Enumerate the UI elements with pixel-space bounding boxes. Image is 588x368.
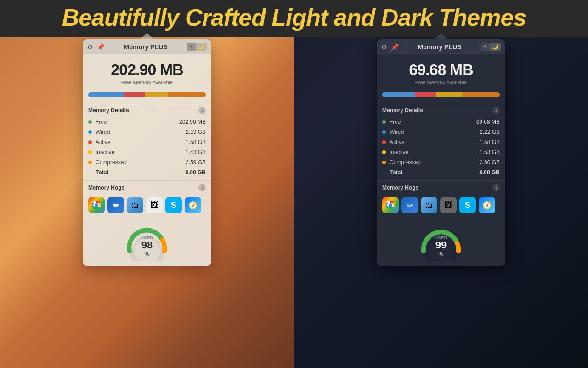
dark-total-label: Total [382, 169, 479, 176]
dark-total-row: Total 8.00 GB [377, 167, 505, 178]
light-widget-header: ⚙ 📌 Memory PLUS ☀ 🌙 [83, 39, 211, 54]
light-memory-details-header: Memory Details i [83, 104, 211, 116]
light-chrome-icon[interactable] [88, 197, 105, 213]
light-gauge-container: USED 98 % [83, 221, 211, 266]
dark-memory-details-title: Memory Details [382, 107, 423, 114]
light-memory-details-info[interactable]: i [198, 107, 206, 114]
dark-memory-details-info[interactable]: i [492, 107, 500, 114]
dark-widget-wrapper: ⚙ 📌 Memory PLUS ☀ 🌙 69.68 MB Free Memory [377, 33, 505, 266]
dark-row-compressed: Compressed 2.60 GB [377, 157, 505, 167]
dark-label-free: Free [390, 119, 476, 125]
dark-total-value: 8.00 GB [479, 169, 500, 176]
light-label-wired: Wired [96, 129, 186, 135]
dark-header-right: ☀ 🌙 [481, 43, 501, 51]
light-dot-compressed [88, 161, 92, 164]
light-header-left: ⚙ 📌 [87, 43, 105, 51]
light-gauge-pct: % [141, 250, 153, 257]
dark-header-left: ⚙ 📌 [381, 43, 399, 51]
light-photos-icon[interactable]: 🖼 [146, 197, 163, 213]
dark-moon-btn[interactable]: 🌙 [490, 43, 501, 51]
dark-memory-display: 69.68 MB Free Memory Available [377, 54, 505, 90]
light-gauge-text: USED 98 % [141, 236, 153, 257]
light-label-compressed: Compressed [96, 159, 186, 166]
dark-gauge-text: USED 99 % [435, 236, 447, 257]
dark-row-inactive: Inactive 1.53 GB [377, 147, 505, 157]
light-bar-orange [168, 92, 206, 97]
dark-dot-compressed [382, 161, 386, 164]
dark-gear-icon[interactable]: ⚙ [381, 43, 387, 51]
light-total-label: Total [88, 169, 185, 176]
dark-finder-icon[interactable]: 🗂 [421, 197, 437, 213]
dark-label-inactive: Inactive [390, 149, 480, 155]
dark-theme-background: ⚙ 📌 Memory PLUS ☀ 🌙 69.68 MB Free Memory [294, 37, 588, 368]
dark-xcode-icon[interactable]: ✏ [401, 197, 418, 213]
light-moon-btn[interactable]: 🌙 [196, 43, 207, 51]
light-memory-display: 202.90 MB Free Memory Available [83, 54, 211, 90]
dark-memory-bar [382, 92, 500, 97]
svg-point-1 [95, 203, 98, 207]
light-memory-bar [88, 92, 206, 97]
dark-gauge-container: USED 99 % [377, 221, 505, 266]
light-value-inactive: 1.43 GB [186, 149, 206, 155]
light-widget: ⚙ 📌 Memory PLUS ☀ 🌙 202.90 MB Free Memor… [83, 39, 211, 266]
light-header-right: ☀ 🌙 [187, 43, 207, 51]
dark-widget-pointer [435, 33, 447, 39]
light-widget-title: Memory PLUS [105, 43, 187, 51]
dark-gauge-pct: % [435, 250, 447, 257]
dark-gauge-wrap: USED 99 % [416, 224, 466, 259]
dark-hogs-info[interactable]: i [492, 184, 500, 191]
dark-memory-details-header: Memory Details i [377, 104, 505, 116]
dark-photos-icon[interactable]: 🖼 [440, 197, 457, 213]
light-bar-red [124, 92, 145, 97]
light-safari-icon[interactable]: 🧭 [185, 197, 201, 213]
dark-pin-icon[interactable]: 📌 [391, 43, 399, 51]
light-hogs-section: Memory Hogs i [83, 180, 211, 221]
light-gear-icon[interactable]: ⚙ [87, 43, 93, 51]
light-sun-btn[interactable]: ☀ [187, 43, 196, 51]
dark-skype-icon[interactable]: S [459, 197, 476, 213]
dark-dot-free [382, 120, 386, 124]
dark-hogs-title: Memory Hogs [382, 184, 418, 191]
dark-bar-red [415, 92, 436, 97]
dark-value-wired: 2.22 GB [480, 129, 500, 135]
light-theme-toggle: ☀ 🌙 [187, 43, 207, 51]
light-row-free: Free 202.90 MB [83, 117, 211, 127]
light-gauge-wrap: USED 98 % [122, 224, 172, 259]
dark-sun-btn[interactable]: ☀ [481, 43, 490, 51]
light-total-value: 8.00 GB [185, 169, 206, 176]
light-value-active: 1.58 GB [186, 139, 206, 145]
dark-dot-wired [382, 130, 386, 134]
light-app-icons: ✏ 🗂 🖼 S 🧭 [83, 193, 211, 217]
light-value-free: 202.90 MB [179, 119, 206, 125]
light-row-active: Active 1.58 GB [83, 137, 211, 147]
dark-row-wired: Wired 2.22 GB [377, 127, 505, 137]
banner-title: Beautifully Crafted Light and Dark Theme… [9, 5, 579, 31]
light-finder-icon[interactable]: 🗂 [127, 197, 143, 213]
dark-label-wired: Wired [390, 129, 480, 135]
light-hogs-info[interactable]: i [198, 184, 206, 191]
light-total-row: Total 8.00 GB [83, 167, 211, 178]
light-bar-yellow [145, 92, 168, 97]
dark-chrome-icon[interactable] [382, 197, 399, 213]
light-row-wired: Wired 2.19 GB [83, 127, 211, 137]
light-skype-icon[interactable]: S [165, 197, 182, 213]
dark-row-active: Active 1.58 GB [377, 137, 505, 147]
light-row-compressed: Compressed 2.59 GB [83, 157, 211, 167]
dark-memory-rows: Free 69.68 MB Wired 2.22 GB Active 1.58 … [377, 116, 505, 180]
light-memory-label: Free Memory Available [87, 80, 207, 85]
main-content: ⚙ 📌 Memory PLUS ☀ 🌙 202.90 MB Free Memor… [0, 37, 588, 368]
light-memory-rows: Free 202.90 MB Wired 2.19 GB Active 1.58… [83, 116, 211, 180]
light-hogs-title: Memory Hogs [88, 184, 124, 191]
light-xcode-icon[interactable]: ✏ [107, 197, 124, 213]
light-memory-value: 202.90 MB [87, 61, 207, 79]
light-value-wired: 2.19 GB [186, 129, 206, 135]
light-label-free: Free [96, 119, 179, 125]
dark-app-icons: ✏ 🗂 🖼 S 🧭 [377, 193, 505, 217]
light-value-compressed: 2.59 GB [186, 159, 206, 166]
dark-value-active: 1.58 GB [480, 139, 500, 145]
dark-dot-active [382, 140, 386, 144]
dark-memory-label: Free Memory Available [381, 80, 501, 85]
dark-safari-icon[interactable]: 🧭 [479, 197, 495, 213]
light-pin-icon[interactable]: 📌 [97, 43, 105, 51]
dark-widget-title: Memory PLUS [399, 43, 481, 51]
